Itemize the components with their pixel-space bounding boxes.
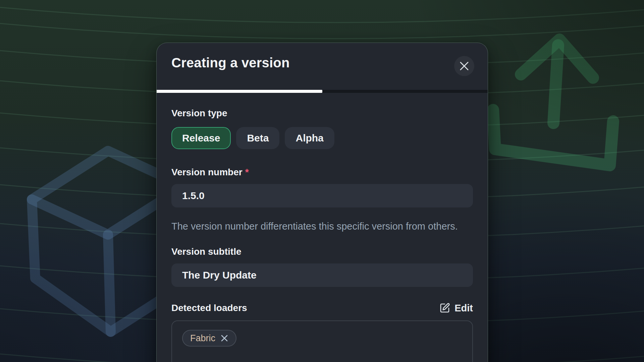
detected-loaders-label: Detected loaders	[171, 302, 247, 314]
chip-remove-x-icon	[220, 334, 228, 342]
loader-chip-label: Fabric	[190, 333, 215, 344]
version-type-options: Release Beta Alpha	[171, 127, 473, 149]
upload-arrow-icon	[483, 30, 624, 174]
version-subtitle-label: Version subtitle	[171, 246, 473, 257]
close-icon	[459, 60, 470, 72]
progress-fill	[157, 90, 322, 93]
version-number-section: Version number* The version number diffe…	[171, 167, 473, 234]
version-type-label: Version type	[171, 108, 473, 119]
required-marker: *	[245, 167, 249, 177]
square-pen-icon	[439, 303, 450, 313]
version-type-alpha-button[interactable]: Alpha	[285, 127, 334, 149]
version-type-release-button[interactable]: Release	[171, 127, 231, 149]
version-type-beta-button[interactable]: Beta	[236, 127, 279, 149]
edit-loaders-button[interactable]: Edit	[439, 303, 473, 314]
version-subtitle-section: Version subtitle	[171, 246, 473, 287]
detected-loaders-header: Detected loaders Edit	[171, 302, 473, 314]
modal-title: Creating a version	[171, 54, 473, 71]
detected-loaders-box: Fabric	[171, 320, 473, 362]
version-number-input[interactable]	[171, 184, 473, 207]
edit-button-label: Edit	[454, 303, 473, 314]
loader-chip-fabric: Fabric	[182, 330, 236, 347]
version-number-label-text: Version number	[171, 167, 243, 177]
modal-body: Version type Release Beta Alpha Version …	[157, 93, 488, 362]
version-subtitle-input[interactable]	[171, 263, 473, 287]
version-number-label: Version number*	[171, 167, 473, 178]
wizard-progress-bar	[157, 90, 488, 93]
remove-loader-button[interactable]	[220, 334, 228, 342]
version-number-help: The version number differentiates this s…	[171, 219, 470, 234]
close-button[interactable]	[454, 56, 474, 76]
create-version-modal: Creating a version Version type Release …	[156, 43, 488, 362]
modal-header: Creating a version	[157, 43, 488, 90]
